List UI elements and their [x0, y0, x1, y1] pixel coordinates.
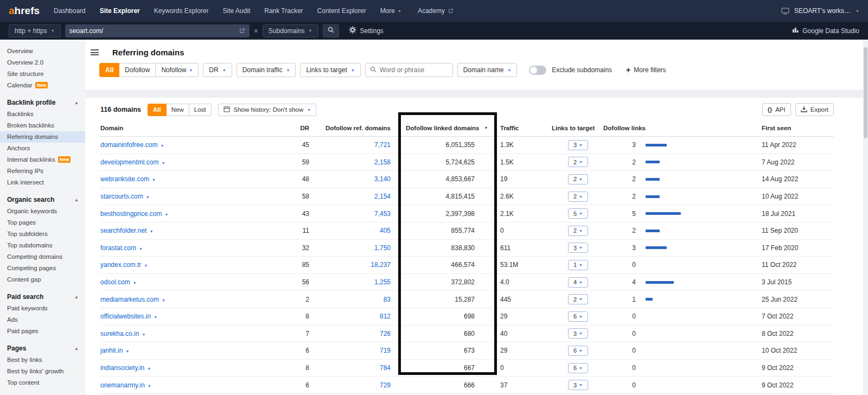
column-header-dofollow-linked-domains[interactable]: Dofollow linked domains▼ — [391, 125, 475, 131]
dofollow-ref-domains-link[interactable]: 812 — [309, 313, 391, 320]
scrollbar-thumb[interactable] — [864, 47, 867, 138]
domain-link[interactable]: domaininfofree.com — [100, 141, 157, 149]
filter-dropdown-dr[interactable]: DR▼ — [203, 63, 232, 77]
segment-lost[interactable]: Lost — [189, 104, 212, 116]
sidebar-item-anchors[interactable]: Anchors — [0, 143, 85, 154]
nav-item-site-audit[interactable]: Site Audit — [223, 7, 251, 15]
column-header-first-seen[interactable]: First seen — [733, 125, 834, 131]
domain-link[interactable]: yandex.com.tr — [100, 261, 141, 269]
sidebar-item-overview[interactable]: Overview — [0, 46, 85, 57]
nav-item-keywords-explorer[interactable]: Keywords Explorer — [154, 7, 209, 15]
links-to-target-select[interactable]: 4▼ — [568, 277, 588, 288]
sidebar-item-top-pages[interactable]: Top pages — [0, 217, 85, 228]
nav-item-rank-tracker[interactable]: Rank Tracker — [264, 7, 303, 15]
column-header-traffic[interactable]: Traffic — [475, 125, 552, 131]
links-to-target-select[interactable]: 3▼ — [568, 328, 588, 339]
sidebar-item-organic-keywords[interactable]: Organic keywords — [0, 206, 85, 217]
open-target-icon[interactable] — [239, 28, 245, 34]
dofollow-ref-domains-link[interactable]: 784 — [309, 364, 391, 372]
links-to-target-select[interactable]: 2▼ — [568, 226, 588, 236]
sidebar-item-overview-2-0[interactable]: Overview 2.0 — [0, 57, 85, 68]
sidebar-item-internal-backlinks[interactable]: Internal backlinksNew — [0, 154, 85, 165]
links-to-target-select[interactable]: 2▼ — [568, 192, 588, 202]
filter-dofollow[interactable]: Dofollow — [119, 63, 156, 77]
links-to-target-select[interactable]: 2▼ — [568, 174, 588, 184]
dofollow-ref-domains-link[interactable]: 83 — [309, 296, 391, 303]
filter-all[interactable]: All — [99, 63, 119, 77]
domain-link[interactable]: onemanarmy.in — [100, 381, 145, 389]
dofollow-ref-domains-link[interactable]: 3,140 — [309, 175, 391, 183]
nav-item-dashboard[interactable]: Dashboard — [54, 7, 86, 15]
links-to-target-select[interactable]: 3▼ — [568, 140, 588, 150]
column-header-dofollow-ref-domains[interactable]: Dofollow ref. domains — [309, 125, 391, 131]
sidebar-item-referring-domains[interactable]: Referring domains — [0, 131, 85, 143]
dofollow-ref-domains-link[interactable]: 719 — [309, 347, 391, 354]
search-button[interactable] — [323, 24, 339, 37]
sidebar-section-organic-search[interactable]: Organic search▲ — [0, 194, 85, 206]
domain-link[interactable]: searchfolder.net — [100, 227, 146, 234]
domain-link[interactable]: officialwebsites.in — [100, 313, 151, 320]
domain-link[interactable]: mediamarketus.com — [100, 296, 159, 303]
more-filters-button[interactable]: + More filters — [626, 66, 666, 74]
filter-dropdown-links-to-target[interactable]: Links to target▼ — [300, 63, 360, 77]
links-to-target-select[interactable]: 5▼ — [568, 208, 588, 219]
dofollow-ref-domains-link[interactable]: 1,750 — [309, 244, 391, 252]
dofollow-ref-domains-link[interactable]: 726 — [309, 330, 391, 337]
sidebar-item-content-gap[interactable]: Content gap — [0, 274, 85, 285]
vertical-scrollbar[interactable] — [863, 40, 868, 395]
sidebar-item-ads[interactable]: Ads — [0, 314, 85, 326]
domain-link[interactable]: besthostingprice.com — [100, 210, 162, 218]
domain-link[interactable]: developmentml.com — [100, 158, 158, 166]
dofollow-ref-domains-link[interactable]: 729 — [309, 381, 391, 389]
api-button[interactable]: {} API — [762, 103, 791, 116]
dofollow-ref-domains-link[interactable]: 2,158 — [309, 158, 391, 166]
sidebar-section-pages[interactable]: Pages▲ — [0, 343, 85, 354]
links-to-target-select[interactable]: 6▼ — [568, 363, 588, 373]
domain-link[interactable]: forastat.com — [100, 244, 136, 252]
links-to-target-select[interactable]: 3▼ — [568, 243, 588, 253]
target-url-input[interactable] — [69, 27, 235, 35]
ahrefs-logo[interactable]: ahrefs — [9, 5, 40, 17]
export-button[interactable]: Export — [795, 103, 834, 116]
dofollow-ref-domains-link[interactable]: 7,453 — [309, 210, 391, 218]
scope-dropdown[interactable]: Subdomains ▼ — [263, 24, 318, 37]
dofollow-ref-domains-link[interactable]: 7,721 — [309, 141, 391, 149]
google-data-studio-link[interactable]: Google Data Studio — [792, 27, 859, 35]
domain-link[interactable]: webranksite.com — [100, 175, 149, 183]
sidebar-item-best-by-links-growth[interactable]: Best by links' growth — [0, 366, 85, 377]
column-header-dofollow-links[interactable]: Dofollow links — [603, 125, 733, 131]
filter-dropdown-domain-traffic[interactable]: Domain traffic▼ — [237, 63, 296, 77]
protocol-dropdown[interactable]: http + https ▼ — [9, 24, 61, 37]
settings-button[interactable]: Settings — [349, 26, 384, 35]
dofollow-ref-domains-link[interactable]: 18,237 — [309, 261, 391, 269]
nav-item-site-explorer[interactable]: Site Explorer — [100, 7, 140, 15]
dofollow-ref-domains-link[interactable]: 405 — [309, 227, 391, 234]
nav-item-more[interactable]: More▼ — [380, 7, 401, 15]
links-to-target-select[interactable]: 2▼ — [568, 157, 588, 167]
account-menu[interactable]: SEOART's works… ▼ — [781, 7, 859, 15]
sidebar-item-backlinks[interactable]: Backlinks — [0, 109, 85, 120]
domain-link[interactable]: surekha.co.in — [100, 330, 139, 337]
sidebar-item-top-subdomains[interactable]: Top subdomains — [0, 240, 85, 251]
domain-link[interactable]: janhit.in — [100, 347, 123, 354]
column-header-domain[interactable]: Domain — [100, 125, 279, 131]
filter-nofollow[interactable]: Nofollow▼ — [155, 63, 199, 77]
sidebar-item-paid-keywords[interactable]: Paid keywords — [0, 303, 85, 314]
sidebar-item-calendar[interactable]: CalendarNew — [0, 80, 85, 91]
column-header-dr[interactable]: DR — [279, 125, 309, 131]
sidebar-item-top-content[interactable]: Top content — [0, 377, 85, 388]
domain-link[interactable]: indiansociety.in — [100, 364, 144, 372]
sidebar-item-paid-pages[interactable]: Paid pages — [0, 326, 85, 337]
word-filter-input[interactable] — [380, 66, 448, 74]
dofollow-ref-domains-link[interactable]: 1,255 — [309, 278, 391, 286]
domain-name-dropdown[interactable]: Domain name ▼ — [457, 63, 518, 77]
menu-icon[interactable] — [91, 48, 99, 57]
sidebar-item-broken-backlinks[interactable]: Broken backlinks — [0, 120, 85, 131]
links-to-target-select[interactable]: 6▼ — [568, 346, 588, 356]
sidebar-section-backlink-profile[interactable]: Backlink profile▲ — [0, 97, 85, 109]
segment-new[interactable]: New — [166, 104, 189, 116]
exclude-subdomains-toggle[interactable] — [529, 66, 546, 75]
sidebar-section-paid-search[interactable]: Paid search▲ — [0, 291, 85, 303]
sidebar-item-link-intersect[interactable]: Link intersect — [0, 177, 85, 188]
links-to-target-select[interactable]: 6▼ — [568, 311, 588, 322]
